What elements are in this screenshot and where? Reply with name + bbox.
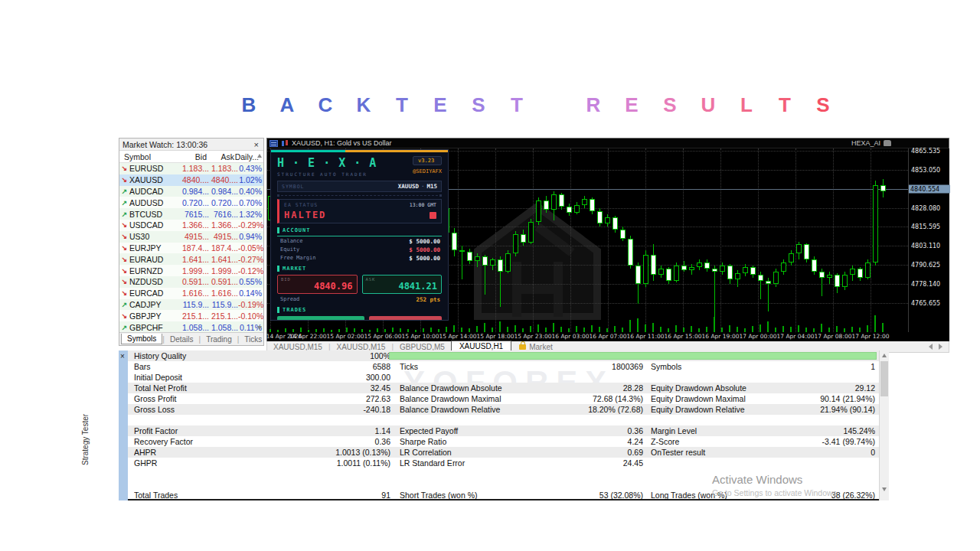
market-watch-row[interactable]: ↘EURNZD1.999...1.999...-0.12% <box>119 265 263 276</box>
close-icon[interactable]: × <box>253 140 260 149</box>
market-watch-row[interactable]: ↘EURAUD1.641...1.641...-0.27% <box>119 253 263 265</box>
volume-bar <box>836 326 838 332</box>
volume-bar <box>714 317 715 332</box>
result-label: Short Trades (won %) <box>400 491 567 500</box>
results-row[interactable]: AHPR1.0013 (0.13%)LR Correlation0.69OnTe… <box>128 447 879 458</box>
results-row[interactable]: GHPR1.0011 (0.11%)LR Standard Error24.45 <box>128 458 879 468</box>
ask-cell: 187.4... <box>209 243 238 253</box>
market-watch-tab-details[interactable]: Details <box>165 334 199 344</box>
time-axis-label: 17 Apr 00:00 <box>740 333 777 340</box>
result-label: Balance Drawdown Relative <box>400 405 567 414</box>
results-row[interactable]: Gross Loss-240.18Balance Drawdown Relati… <box>128 404 879 415</box>
scroll-down-icon[interactable] <box>257 326 262 330</box>
tab-scroll-right-icon[interactable] <box>939 344 942 350</box>
price-axis[interactable]: 4865.5354853.0504840.5544828.0804815.595… <box>908 148 949 332</box>
grid-line-vertical <box>683 148 684 332</box>
activate-windows-watermark: Activate Windows <box>712 473 802 486</box>
price-axis-label: 4853.050 <box>911 166 940 173</box>
volume-bar <box>484 323 485 332</box>
volume-bar <box>645 324 646 332</box>
candle-body <box>590 199 595 211</box>
scroll-up-icon[interactable] <box>882 354 887 357</box>
results-scrollbar[interactable] <box>879 350 889 500</box>
result-label: LR Standard Error <box>400 458 567 468</box>
chart-tab[interactable]: XAUUSD,M15 <box>331 343 392 351</box>
market-watch-tab-symbols[interactable]: Symbols <box>121 334 162 344</box>
bid-cell: 0.591... <box>175 277 209 286</box>
market-watch-row[interactable]: ↗AUDUSD0.720...0.720...0.70% <box>119 197 263 208</box>
results-row[interactable]: History Quality100% <box>128 350 879 361</box>
chart-tab[interactable]: XAUUSD,H1 <box>451 341 511 351</box>
results-row[interactable]: Profit Factor1.14Expected Payoff0.36Marg… <box>128 425 879 436</box>
market-watch-row[interactable]: ↘EURJPY187.4...187.4...-0.05% <box>119 243 263 254</box>
result-label: Total Net Profit <box>134 383 318 393</box>
market-watch-row[interactable]: ↘USDCAD1.366...1.366...-0.29% <box>119 220 263 231</box>
scroll-up-icon[interactable] <box>257 154 262 158</box>
results-row[interactable]: Initial Deposit300.00 <box>128 372 879 383</box>
down-tick-icon: ↘ <box>119 244 129 252</box>
market-watch-tabs: Symbols|Details|Trading|Ticks <box>119 332 263 345</box>
volume-bar <box>790 327 792 332</box>
strategy-tester-panel: × Strategy Tester YOFOREX History Qualit… <box>119 350 889 500</box>
results-row[interactable]: Total Net Profit32.45Balance Drawdown Ab… <box>128 383 879 393</box>
ask-cell: 0.720... <box>209 198 238 207</box>
result-value: 32.45 <box>318 383 390 393</box>
results-row[interactable] <box>128 415 879 425</box>
column-bid[interactable]: Bid <box>173 152 207 161</box>
symbol-cell: EURCAD <box>129 289 175 298</box>
market-watch-row[interactable]: ↘GBPJPY215.1...215.1...-0.10% <box>119 310 263 321</box>
volume-bar <box>851 327 853 332</box>
chart-titlebar[interactable]: XAUUSD, H1: Gold vs US Dollar HEXA_AI <box>267 139 949 148</box>
chart-tab[interactable]: XAUUSD,M15 <box>267 343 328 351</box>
column-daily[interactable]: Daily... <box>234 152 259 161</box>
chart-plot-area[interactable]: H · E · X · A STRUCTURE AUTO TRADER v3.2… <box>267 148 908 332</box>
results-row[interactable]: Recovery Factor0.36Sharpe Ratio4.24Z-Sco… <box>128 436 879 447</box>
market-watch-row[interactable]: ↗AUDCAD0.984...0.984...0.40% <box>119 186 263 197</box>
market-watch-row[interactable]: ↗CADJPY115.9...115.9...-0.19% <box>119 299 263 311</box>
market-watch-tab-ticks[interactable]: Ticks <box>239 334 267 344</box>
chart-menu-icon[interactable] <box>270 140 278 147</box>
result-value: 21.94% (90.14) <box>804 405 875 414</box>
hexa-trades-label: TRADES <box>277 307 442 313</box>
results-row[interactable]: Gross Profit272.63Balance Drawdown Maxim… <box>128 393 879 404</box>
volume-bar <box>782 326 784 332</box>
lock-icon <box>519 344 526 350</box>
price-axis-label: 4815.595 <box>911 223 940 230</box>
scrollbar-thumb[interactable] <box>880 361 888 396</box>
market-watch-row[interactable]: ↘XAUUSD4840....4840....1.02% <box>119 174 263 186</box>
chart-tab[interactable]: GBPUSD,M5 <box>394 343 451 351</box>
buy-bar[interactable] <box>277 316 364 321</box>
results-row[interactable]: Bars6588Ticks1800369Symbols1 <box>128 361 879 372</box>
candle-body <box>697 262 702 267</box>
symbol-cell: CADJPY <box>129 300 175 309</box>
title-letter: E <box>612 93 651 119</box>
market-watch-row[interactable]: ↘EURUSD1.183...1.183...0.43% <box>119 163 263 174</box>
title-letter: S <box>804 93 842 119</box>
market-watch-row[interactable]: ↘US304915...4915...0.94% <box>119 231 263 243</box>
candle-body <box>643 255 648 284</box>
close-icon[interactable]: × <box>120 352 125 360</box>
time-axis[interactable]: 14 Apr 202614 Apr 22:0015 Apr 02:0015 Ap… <box>267 332 949 341</box>
chart-tab-market[interactable]: Market <box>529 343 553 351</box>
time-axis-label: 16 Apr 11:00 <box>627 333 665 340</box>
result-value: 28.28 <box>568 383 643 393</box>
hexa-ai-label: HEXA_AI <box>851 139 880 147</box>
stop-button[interactable] <box>430 212 436 219</box>
sell-bar[interactable] <box>369 316 442 321</box>
column-ask[interactable]: Ask <box>207 152 234 161</box>
result-value: 300.00 <box>318 373 390 382</box>
bid-cell: 115.9... <box>175 300 209 309</box>
column-symbol[interactable]: Symbol <box>119 152 173 161</box>
market-watch-row[interactable]: ↗GBPCHF1.058...1.058...0.11% <box>119 321 263 333</box>
market-watch-row[interactable]: ↗BTCUSD7615...7616...1.32% <box>119 208 263 220</box>
tab-scroll-left-icon[interactable] <box>929 344 933 350</box>
market-watch-row[interactable]: ↘EURCAD1.616...1.616...0.14% <box>119 288 263 299</box>
strategy-tester-strip[interactable]: × Strategy Tester <box>119 350 128 500</box>
price-axis-label: 4778.140 <box>911 281 940 288</box>
result-label: Sharpe Ratio <box>400 437 567 446</box>
volume-bar <box>614 326 616 332</box>
scroll-down-icon[interactable] <box>882 487 887 491</box>
ask-cell: 4915... <box>209 232 238 241</box>
market-watch-row[interactable]: ↘NZDUSD0.591...0.591...0.55% <box>119 276 263 288</box>
market-watch-tab-trading[interactable]: Trading <box>201 334 237 344</box>
